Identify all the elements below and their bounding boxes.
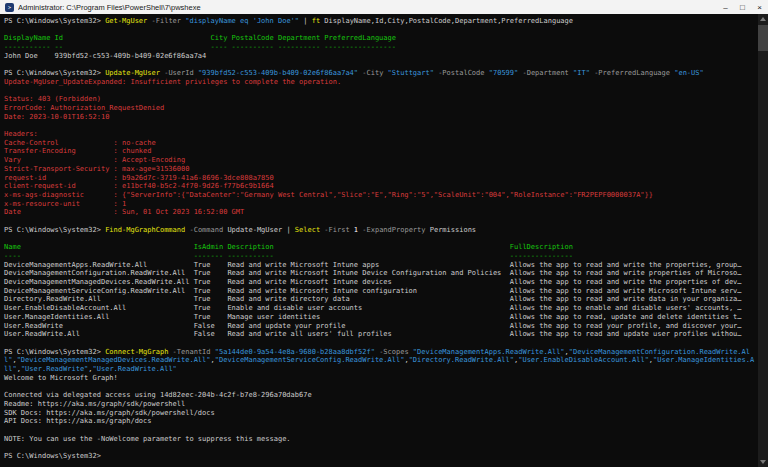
terminal-line [4,426,758,435]
terminal-line: Welcome to Microsoft Graph! [4,374,758,383]
terminal-line [4,61,758,70]
scrollbar[interactable] [758,14,768,467]
terminal-line: John Doe 939bfd52-c553-409b-b409-02e6f86… [4,52,758,61]
title-bar[interactable]: > Administrator: C:\Program Files\PowerS… [0,0,768,14]
terminal-line: x-ms-ags-diagnostic : {"ServerInfo":{"Da… [4,191,758,200]
terminal-line: Headers: [4,130,758,139]
terminal-line: Date : Sun, 01 Oct 2023 16:52:00 GMT [4,208,758,217]
powershell-window: > Administrator: C:\Program Files\PowerS… [0,0,768,467]
terminal-line: User.ReadWrite False Read and update you… [4,322,758,331]
terminal-line: x-ms-resource-unit : 1 [4,200,758,209]
terminal-line: Status: 403 (Forbidden) [4,95,758,104]
scroll-up-icon [760,17,766,21]
terminal-line: DeviceManagementApps.ReadWrite.All True … [4,261,758,270]
terminal-line: API Docs: https://aka.ms/graph/docs [4,417,758,426]
terminal-line [4,87,758,96]
terminal-line: Update-MgUser_UpdateExpanded: Insufficie… [4,78,758,87]
terminal-line: Directory.ReadWrite.All True Read and wr… [4,295,758,304]
window-title: Administrator: C:\Program Files\PowerShe… [18,3,201,12]
terminal-line: Readme: https://aka.ms/graph/sdk/powersh… [4,400,758,409]
terminal-line: ---- ------- ----------- --------------- [4,252,758,261]
terminal-line [4,26,758,35]
minimize-button[interactable]: – [717,0,734,14]
terminal-line [4,121,758,130]
scrollbar-thumb[interactable] [758,25,768,51]
terminal-line: User.ReadWrite.All False Read and write … [4,330,758,339]
terminal-line [4,339,758,348]
terminal-line: PS C:\Windows\System32> [4,452,758,461]
terminal-line: request-id : b9a26d7c-3719-41a6-8696-3dc… [4,174,758,183]
powershell-icon[interactable]: > [5,3,14,12]
terminal-line: PS C:\Windows\System32> Connect-MgGraph … [4,348,758,374]
terminal-line: DeviceManagementServiceConfig.ReadWrite.… [4,287,758,296]
terminal-line: Cache-Control : no-cache [4,139,758,148]
scroll-down-button[interactable] [758,457,768,467]
terminal-line [4,382,758,391]
terminal-line: PS C:\Windows\System32> Update-MgUser -U… [4,69,758,78]
window-controls: – □ × [717,0,768,14]
terminal-line: Vary : Accept-Encoding [4,156,758,165]
maximize-button[interactable]: □ [734,0,751,14]
terminal-output[interactable]: PS C:\Windows\System32> Get-MgUser -Filt… [0,14,758,467]
terminal-line: SDK Docs: https://aka.ms/graph/sdk/power… [4,409,758,418]
terminal-line: client-request-id : e11bcf40-b5c2-4f70-9… [4,182,758,191]
terminal-line [4,217,758,226]
terminal-line: PS C:\Windows\System32> Get-MgUser -Filt… [4,17,758,26]
terminal-line: ErrorCode: Authorization_RequestDenied [4,104,758,113]
terminal-line [4,235,758,244]
terminal-line: DeviceManagementConfiguration.ReadWrite.… [4,269,758,278]
terminal-line: NOTE: You can use the -NoWelcome paramet… [4,435,758,444]
terminal-line: Name IsAdmin Description FullDescription [4,243,758,252]
terminal-line: User.EnableDisableAccount.All True Enabl… [4,304,758,313]
scroll-down-icon [760,460,766,464]
terminal-line: Connected via delegated access using 14d… [4,391,758,400]
terminal-line: Date: 2023-10-01T16:52:10 [4,113,758,122]
terminal-line: User.ManageIdentities.All True Manage us… [4,313,758,322]
terminal-line: PS C:\Windows\System32> Find-MgGraphComm… [4,226,758,235]
terminal-line: ----------- -- ---- ---------- ---------… [4,43,758,52]
terminal-line: DeviceManagementManagedDevices.ReadWrite… [4,278,758,287]
terminal-line: Transfer-Encoding : chunked [4,147,758,156]
terminal-line: Strict-Transport-Security : max-age=3153… [4,165,758,174]
terminal-line [4,443,758,452]
terminal-line: DisplayName Id City PostalCode Departmen… [4,34,758,43]
scroll-up-button[interactable] [758,14,768,24]
close-button[interactable]: × [751,0,768,14]
